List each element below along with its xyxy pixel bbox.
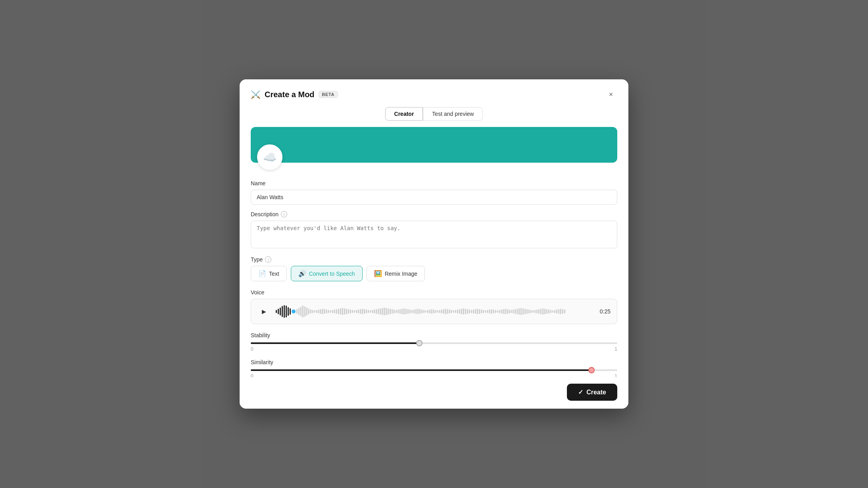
stability-fill xyxy=(251,342,419,344)
cursor-icon: 🖱 xyxy=(584,405,603,409)
waveform-bar xyxy=(433,309,434,313)
similarity-slider[interactable] xyxy=(251,369,617,372)
waveform-bar xyxy=(332,310,333,313)
waveform-bar xyxy=(429,309,430,313)
waveform-bar xyxy=(298,308,300,315)
type-btn-remix-label: Remix Image xyxy=(385,271,417,277)
waveform-bar xyxy=(475,309,476,314)
waveform-bar xyxy=(276,310,277,313)
waveform-bar xyxy=(300,307,301,316)
waveform-bar xyxy=(431,309,432,314)
waveform-bar xyxy=(286,305,287,317)
tab-test-preview[interactable]: Test and preview xyxy=(423,107,483,121)
stability-thumb[interactable] xyxy=(416,340,422,346)
waveform-bar xyxy=(326,309,327,313)
waveform-bar xyxy=(374,309,375,313)
check-icon: ✓ xyxy=(578,388,583,396)
waveform-bar xyxy=(489,309,490,313)
waveform-bar xyxy=(477,309,478,314)
waveform-bar xyxy=(384,307,385,315)
waveform-bar xyxy=(505,309,506,314)
stability-slider[interactable] xyxy=(251,342,617,345)
remix-type-icon: 🖼️ xyxy=(374,270,382,277)
waveform-bar xyxy=(528,309,530,313)
type-btn-text[interactable]: 📄 Text xyxy=(251,266,287,281)
description-info-icon[interactable]: i xyxy=(281,211,287,217)
waveform-bar xyxy=(562,309,563,314)
modal-footer: ✓ Create 🖱 xyxy=(240,377,628,409)
backdrop: ⚔️ Create a Mod BETA × Creator Test and … xyxy=(0,0,868,488)
waveform-bar xyxy=(483,310,484,313)
name-input[interactable] xyxy=(251,190,617,205)
similarity-max: 1 xyxy=(615,373,617,377)
waveform-bar xyxy=(340,308,341,315)
avatar: ☁️ xyxy=(257,144,282,170)
type-btn-speech-label: Convert to Speech xyxy=(309,271,355,277)
waveform-bar xyxy=(394,309,395,313)
close-icon: × xyxy=(609,90,613,99)
waveform-bar xyxy=(316,310,317,313)
waveform-bar xyxy=(471,310,472,313)
waveform-playhead xyxy=(292,309,296,313)
waveform-bar xyxy=(439,310,440,313)
waveform-bar xyxy=(366,309,367,313)
waveform-bar xyxy=(417,309,419,314)
create-button[interactable]: ✓ Create xyxy=(567,384,617,401)
waveform-bar xyxy=(398,309,399,313)
close-button[interactable]: × xyxy=(605,88,617,101)
waveform-bar xyxy=(388,308,389,315)
description-textarea[interactable] xyxy=(251,221,617,248)
waveform-bar xyxy=(382,308,383,315)
voice-label: Voice xyxy=(251,289,617,296)
waveform-bar xyxy=(280,307,281,315)
waveform-bar xyxy=(542,308,543,315)
waveform-bar xyxy=(495,310,496,313)
stability-label: Stability xyxy=(251,332,617,338)
waveform xyxy=(276,304,594,319)
waveform-bar xyxy=(356,310,357,313)
waveform-bar xyxy=(362,309,363,314)
waveform-bar xyxy=(392,309,393,314)
waveform-bar xyxy=(386,308,387,315)
type-info-icon[interactable]: i xyxy=(265,256,271,263)
speech-type-icon: 🔊 xyxy=(298,270,306,277)
waveform-bar xyxy=(479,309,480,314)
waveform-bar xyxy=(368,310,369,313)
waveform-bar xyxy=(463,308,464,315)
type-btn-remix-image[interactable]: 🖼️ Remix Image xyxy=(367,266,425,281)
stability-max: 1 xyxy=(615,346,617,352)
waveform-bar xyxy=(485,310,486,313)
waveform-bar xyxy=(560,309,561,314)
type-btn-text-label: Text xyxy=(269,271,279,277)
waveform-bar xyxy=(536,309,538,313)
waveform-bar xyxy=(435,310,436,313)
waveform-bar xyxy=(330,310,331,313)
waveform-bar xyxy=(459,309,460,314)
waveform-bar xyxy=(451,310,452,313)
waveform-bar xyxy=(441,309,442,313)
modal-tabs: Creator Test and preview xyxy=(240,107,628,121)
waveform-bar xyxy=(481,309,482,313)
waveform-bar xyxy=(352,310,353,313)
waveform-bar xyxy=(530,310,532,313)
waveform-bar xyxy=(453,310,454,313)
waveform-bar xyxy=(288,307,289,316)
beta-badge: BETA xyxy=(319,91,338,98)
modal-title-group: ⚔️ Create a Mod BETA xyxy=(251,90,338,99)
modal-header: ⚔️ Create a Mod BETA × xyxy=(240,79,628,107)
tab-creator[interactable]: Creator xyxy=(385,107,423,121)
similarity-thumb[interactable] xyxy=(588,367,595,373)
waveform-bar xyxy=(507,309,508,314)
waveform-bar xyxy=(491,309,492,314)
waveform-bar xyxy=(399,309,401,314)
waveform-bar xyxy=(501,309,502,313)
waveform-bar xyxy=(350,309,351,313)
play-button[interactable]: ▶ xyxy=(257,305,270,318)
waveform-bar xyxy=(540,309,542,314)
waveform-bar xyxy=(411,310,413,313)
waveform-bar xyxy=(461,309,462,314)
type-btn-convert-to-speech[interactable]: 🔊 Convert to Speech xyxy=(291,266,363,281)
waveform-bar xyxy=(396,310,397,313)
text-type-icon: 📄 xyxy=(258,270,266,277)
similarity-min: 0 xyxy=(251,373,253,377)
